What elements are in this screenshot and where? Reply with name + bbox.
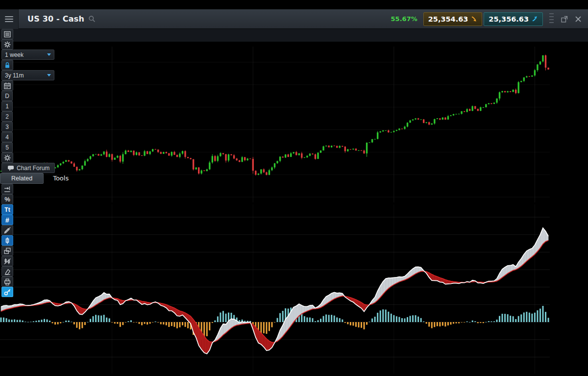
- lock-icon[interactable]: [1, 60, 13, 70]
- drawing-tools-icon[interactable]: [1, 225, 13, 235]
- candle: [62, 162, 64, 163]
- macd-histogram-bar: [507, 314, 509, 322]
- candle: [493, 102, 495, 103]
- macd-histogram-bar: [44, 319, 45, 322]
- macd-histogram-bar: [496, 320, 497, 322]
- macd-histogram-bar: [306, 318, 308, 322]
- macd-histogram-bar: [155, 322, 156, 322]
- macd-histogram-bar: [415, 315, 416, 322]
- candle: [431, 124, 433, 125]
- sell-price-button[interactable]: 25,354.63: [423, 12, 483, 26]
- trading-platform-window: US 30 - Cash 55.67% 25,354.63 25,356.63: [0, 9, 588, 376]
- macd-histogram-bar: [79, 322, 80, 329]
- macd-histogram-bar: [325, 315, 327, 322]
- macd-histogram-bar: [331, 315, 332, 322]
- macd-histogram-bar: [515, 319, 516, 322]
- snap-to-price-icon[interactable]: [1, 184, 13, 194]
- candle: [195, 168, 196, 170]
- key-settings-icon[interactable]: [1, 287, 13, 297]
- popout-icon[interactable]: [558, 12, 571, 26]
- candle: [206, 169, 208, 171]
- candle: [325, 146, 327, 146]
- macd-histogram-bar: [225, 314, 226, 322]
- candle: [417, 118, 419, 119]
- candle: [461, 111, 462, 114]
- candle: [466, 109, 467, 112]
- candle: [434, 119, 435, 124]
- candle: [282, 156, 283, 157]
- range-dropdown[interactable]: 3y 11m: [1, 70, 54, 80]
- candle: [458, 114, 460, 114]
- candle: [222, 153, 224, 154]
- candle: [239, 160, 240, 162]
- print-icon[interactable]: [1, 276, 13, 287]
- menu-button[interactable]: [0, 9, 19, 29]
- macd-histogram-bar: [428, 322, 430, 326]
- macd-chart[interactable]: [0, 204, 550, 374]
- macd-histogram-bar: [504, 314, 506, 322]
- change-percent: 55.67%: [391, 15, 417, 23]
- macd-histogram-bar: [206, 322, 208, 336]
- calendar-icon[interactable]: [1, 80, 13, 91]
- macd-histogram-bar: [117, 322, 118, 324]
- chart-list-icon[interactable]: [1, 29, 13, 39]
- macd-histogram-bar: [11, 320, 13, 322]
- macd-histogram-bar: [393, 315, 394, 322]
- candle: [420, 120, 421, 120]
- candle: [122, 154, 123, 161]
- candle: [84, 161, 86, 166]
- macd-histogram-bar: [84, 322, 86, 325]
- candle: [301, 153, 302, 158]
- timeframe-5-button[interactable]: 5: [1, 142, 13, 152]
- search-icon[interactable]: [88, 15, 96, 23]
- macd-histogram-bar: [493, 321, 495, 322]
- macd-histogram-bar: [163, 322, 164, 325]
- settings-gear-icon[interactable]: [1, 39, 13, 50]
- candle: [523, 77, 525, 81]
- grid-toggle-icon[interactable]: #: [1, 215, 13, 225]
- candle-style-icon[interactable]: [1, 235, 13, 246]
- macd-histogram-bar: [488, 321, 490, 322]
- buy-price-button[interactable]: 25,356.63: [484, 12, 543, 26]
- macd-histogram-bar: [377, 313, 378, 322]
- candle: [339, 146, 341, 148]
- text-size-icon[interactable]: Tt: [1, 204, 13, 215]
- candle: [366, 143, 368, 153]
- macd-histogram-bar: [490, 322, 492, 322]
- candle: [203, 171, 205, 171]
- macd-histogram-bar: [103, 315, 105, 322]
- window-drag-handle[interactable]: [549, 13, 554, 25]
- candle: [437, 118, 438, 119]
- candle: [539, 61, 541, 64]
- macd-histogram-bar: [87, 322, 88, 323]
- candle: [87, 159, 88, 161]
- percent-scale-icon[interactable]: %: [1, 194, 13, 204]
- macd-histogram-bar: [434, 322, 435, 327]
- timeframe-4-button[interactable]: 4: [1, 132, 13, 142]
- candle: [512, 90, 514, 92]
- timeframe-3-button[interactable]: 3: [1, 122, 13, 132]
- chart-forum-button[interactable]: Chart Forum: [1, 163, 55, 173]
- eraser-icon[interactable]: [1, 266, 13, 276]
- macd-histogram-bar: [439, 322, 441, 326]
- timeframe-1-button[interactable]: 1: [1, 101, 13, 111]
- sell-price: 25,354.63: [428, 15, 468, 23]
- related-button[interactable]: Related: [0, 173, 44, 184]
- macd-histogram-bar: [182, 322, 183, 326]
- close-icon[interactable]: [571, 12, 585, 26]
- timeframe-2-button[interactable]: 2: [1, 111, 13, 122]
- macd-histogram-bar: [263, 322, 265, 333]
- timeframe-settings-gear-icon[interactable]: [1, 152, 13, 163]
- interval-dropdown[interactable]: 1 week: [1, 50, 54, 60]
- candle: [520, 81, 522, 82]
- candle: [388, 130, 389, 132]
- candle: [190, 158, 191, 159]
- macd-histogram-bar: [480, 322, 481, 323]
- candle: [398, 128, 400, 130]
- candle: [409, 121, 411, 123]
- macd-histogram-bar: [529, 313, 530, 322]
- macd-histogram-bar: [472, 321, 473, 322]
- pattern-scan-icon[interactable]: [1, 256, 13, 266]
- timeframe-day-button[interactable]: D: [1, 91, 13, 101]
- cascade-windows-icon[interactable]: [1, 246, 13, 256]
